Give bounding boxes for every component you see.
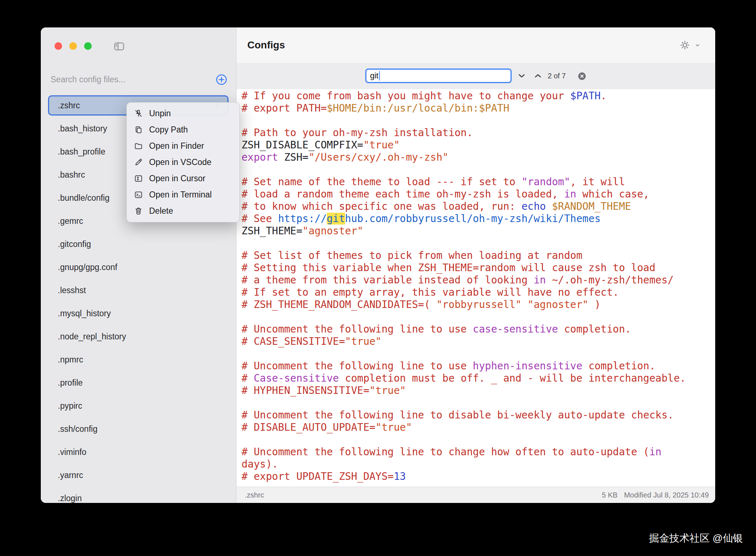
sidebar-item-label: .zlogin: [58, 494, 221, 503]
menu-item-open-in-vscode[interactable]: Open in VSCode: [127, 154, 239, 170]
sidebar-item-pypirc[interactable]: .pypirc: [48, 396, 229, 416]
code-content: # If you come from bash you might have t…: [242, 90, 715, 483]
code-line: ZSH_DISABLE_COMPFIX="true": [242, 139, 715, 151]
sidebar-item-label: .ssh/config: [58, 424, 221, 434]
close-window-button[interactable]: [55, 42, 62, 50]
desktop-background: Search config files... .zshrc.bash_histo…: [0, 0, 756, 556]
sidebar-item-npmrc[interactable]: .npmrc: [48, 349, 229, 370]
sidebar-item-node-repl-history[interactable]: .node_repl_history: [48, 326, 229, 347]
sidebar-item-label: .pypirc: [58, 401, 221, 411]
zoom-window-button[interactable]: [84, 42, 92, 50]
vscode-icon: [134, 158, 143, 167]
status-modified-date: Modified Jul 8, 2025 10:49: [624, 487, 709, 503]
match-count-label: 2 of 7: [548, 63, 566, 89]
code-line: # Uncomment the following line to use ca…: [242, 323, 715, 335]
sidebar-item-mysql-history[interactable]: .mysql_history: [48, 303, 229, 323]
code-line: # to know which specific one was loaded,…: [242, 200, 715, 213]
code-line: # export UPDATE_ZSH_DAYS=13: [242, 470, 715, 483]
sidebar-item-ssh-config[interactable]: .ssh/config: [48, 419, 229, 439]
text-cursor: [379, 71, 380, 81]
status-filename: .zshrc: [245, 487, 264, 503]
menu-item-open-in-finder[interactable]: Open in Finder: [127, 138, 239, 154]
code-line: # DISABLE_AUTO_UPDATE="true": [242, 421, 715, 434]
code-line: # ZSH_THEME_RANDOM_CANDIDATES=( "robbyru…: [242, 299, 715, 311]
menu-item-label: Open in Finder: [149, 141, 204, 151]
sidebar-search-input[interactable]: Search config files...: [51, 75, 125, 84]
code-line: export ZSH="/Users/cxy/.oh-my-zsh": [242, 151, 715, 164]
search-match-highlight: git: [327, 213, 345, 225]
unpin-icon: [134, 109, 143, 118]
sidebar-item-viminfo[interactable]: .viminfo: [48, 442, 229, 462]
code-line: # CASE_SENSITIVE="true": [242, 335, 715, 348]
code-editor[interactable]: # If you come from bash you might have t…: [236, 89, 715, 487]
context-menu: UnpinCopy PathOpen in FinderOpen in VSCo…: [126, 102, 240, 222]
trash-icon: [134, 207, 143, 216]
sidebar-search-row: Search config files...: [51, 72, 228, 87]
code-line: # See https://github.com/robbyrussell/oh…: [242, 213, 715, 225]
sidebar-item-label: .profile: [58, 378, 221, 388]
app-window: Search config files... .zshrc.bash_histo…: [41, 27, 715, 503]
main-panel: Configs: [236, 27, 715, 503]
sidebar: Search config files... .zshrc.bash_histo…: [41, 27, 236, 503]
sidebar-item-lesshst[interactable]: .lesshst: [48, 280, 229, 300]
menu-item-open-in-cursor[interactable]: Open in Cursor: [127, 170, 239, 187]
appearance-toggle-icon[interactable]: [680, 40, 690, 50]
page-title: Configs: [247, 27, 285, 63]
code-line: [242, 237, 715, 249]
finder-icon: [134, 142, 143, 151]
code-line: # a theme from this variable instead of …: [242, 274, 715, 286]
sidebar-item-label: .npmrc: [58, 355, 221, 365]
cursor-icon: [134, 174, 143, 183]
menu-item-label: Open in Cursor: [149, 174, 205, 183]
code-line: [242, 348, 715, 360]
sidebar-item-zlogin[interactable]: .zlogin: [48, 488, 229, 503]
terminal-icon: [134, 190, 143, 199]
menu-item-unpin[interactable]: Unpin: [127, 105, 239, 122]
watermark: 掘金技术社区 @仙银: [649, 531, 743, 545]
code-line: [242, 164, 715, 176]
find-query-text: git: [370, 71, 378, 81]
find-close-icon[interactable]: [577, 71, 587, 81]
code-line: [242, 397, 715, 409]
code-line: # Uncomment the following line to disabl…: [242, 409, 715, 421]
menu-item-open-in-terminal[interactable]: Open in Terminal: [127, 187, 239, 203]
add-config-button[interactable]: [215, 73, 228, 86]
sidebar-item-gnupg-gpg-conf[interactable]: .gnupg/gpg.conf: [48, 257, 229, 277]
code-line: # Set list of themes to pick from when l…: [242, 249, 715, 262]
appearance-menu-chevron-down-icon[interactable]: [694, 42, 701, 48]
menu-item-label: Unpin: [149, 109, 171, 118]
sidebar-item-label: .gitconfig: [58, 239, 221, 249]
find-bar: git 2 of 7: [236, 63, 715, 90]
code-line: # HYPHEN_INSENSITIVE="true": [242, 385, 715, 397]
sidebar-item-label: .node_repl_history: [58, 332, 221, 342]
code-line: # If you come from bash you might have t…: [242, 90, 715, 102]
status-meta: 5 KB Modified Jul 8, 2025 10:49: [602, 487, 709, 503]
status-file-size: 5 KB: [602, 487, 617, 503]
code-line: # Setting this variable when ZSH_THEME=r…: [242, 262, 715, 274]
minimize-window-button[interactable]: [69, 42, 77, 50]
code-line: # Uncomment the following line to change…: [242, 446, 715, 458]
menu-item-copy-path[interactable]: Copy Path: [127, 122, 239, 138]
sidebar-toggle-icon[interactable]: [112, 40, 126, 52]
menu-item-label: Delete: [149, 206, 173, 216]
find-input[interactable]: git: [365, 69, 512, 83]
menu-item-delete[interactable]: Delete: [127, 203, 239, 219]
status-bar: .zshrc 5 KB Modified Jul 8, 2025 10:49: [236, 487, 715, 503]
sidebar-item-label: .viminfo: [58, 447, 221, 457]
sidebar-item-gitconfig[interactable]: .gitconfig: [48, 234, 229, 254]
main-header: Configs: [236, 27, 715, 63]
sidebar-item-label: .lesshst: [58, 286, 221, 295]
sidebar-item-profile[interactable]: .profile: [48, 373, 229, 393]
sidebar-item-label: .mysql_history: [58, 309, 221, 318]
code-line: # Path to your oh-my-zsh installation.: [242, 127, 715, 139]
menu-item-label: Open in Terminal: [149, 190, 212, 200]
menu-item-label: Open in VSCode: [149, 157, 212, 167]
sidebar-item-yarnrc[interactable]: .yarnrc: [48, 465, 229, 485]
code-line: [242, 434, 715, 446]
code-line: [242, 311, 715, 323]
window-controls: [55, 42, 92, 50]
code-line: ZSH_THEME="agnoster": [242, 225, 715, 237]
find-previous-chevron-up-icon[interactable]: [533, 70, 543, 81]
find-next-chevron-down-icon[interactable]: [516, 70, 527, 81]
code-line: # Set name of the theme to load --- if s…: [242, 176, 715, 188]
